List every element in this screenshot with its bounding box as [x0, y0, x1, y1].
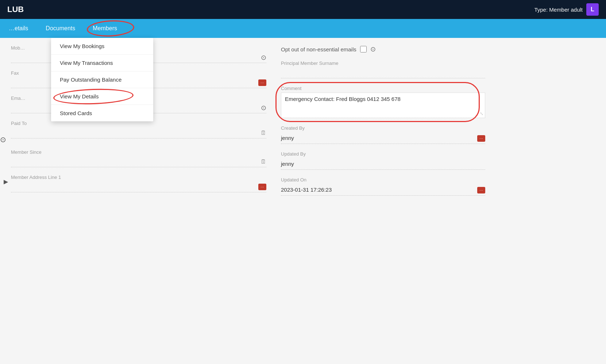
member-type-area: Type: Member adult L — [534, 3, 599, 16]
dropdown-pay-balance[interactable]: Pay Outstanding Balance — [51, 71, 153, 88]
dropdown-stored-cards[interactable]: Stored Cards — [51, 105, 153, 121]
mobile-help-icon[interactable]: ⊙ — [261, 54, 266, 62]
nav-documents-label: Documents — [46, 25, 75, 32]
comment-text: Emergency Contact: Fred Bloggs 0412 345 … — [285, 96, 401, 102]
nav-details-label: …etails — [9, 25, 28, 32]
created-by-label: Created By — [281, 125, 485, 131]
top-header: LUB Type: Member adult L — [0, 0, 606, 19]
member-since-input[interactable] — [11, 156, 266, 167]
member-since-calendar-icon[interactable]: 🗓 — [260, 158, 266, 165]
updated-by-field: Updated By jenny — [281, 151, 485, 170]
opt-out-row: Opt out of non-essential emails ⊙ — [281, 45, 485, 53]
members-dropdown: View My Bookings View My Transactions Pa… — [51, 38, 153, 121]
nav-item-members[interactable]: Members — [84, 19, 126, 38]
avatar[interactable]: L — [586, 3, 599, 16]
nav-bar: …etails Documents Members View My Bookin… — [0, 19, 606, 38]
paid-to-field: Paid To 🗓 — [11, 121, 266, 138]
updated-on-red-icon[interactable]: ⋯ — [477, 187, 485, 193]
member-type-label: Type: Member adult — [534, 7, 583, 13]
created-by-value: jenny — [281, 132, 485, 144]
updated-by-label: Updated By — [281, 151, 485, 157]
email-help-icon[interactable]: ⊙ — [261, 104, 266, 112]
left-arrow-icon: ▶ — [4, 178, 8, 185]
nav-members-label: Members — [93, 25, 117, 32]
paid-to-calendar-icon[interactable]: 🗓 — [260, 130, 266, 136]
paid-to-label: Paid To — [11, 121, 266, 126]
updated-on-label: Updated On — [281, 177, 485, 183]
member-address-field: Member Address Line 1 ⋯ — [11, 175, 266, 192]
dropdown-view-transactions[interactable]: View My Transactions — [51, 55, 153, 71]
fax-red-icon[interactable]: ⋯ — [258, 79, 266, 86]
updated-on-field: Updated On 2023-01-31 17:26:23 ⋯ — [281, 177, 485, 196]
updated-by-value: jenny — [281, 158, 485, 170]
dropdown-view-details[interactable]: View My Details — [51, 88, 153, 105]
member-address-input[interactable] — [11, 181, 266, 192]
dropdown-view-bookings[interactable]: View My Bookings — [51, 38, 153, 55]
opt-out-checkbox[interactable] — [360, 46, 367, 52]
member-address-label: Member Address Line 1 — [11, 175, 266, 180]
created-by-field: Created By jenny ⋯ — [281, 125, 485, 144]
principal-surname-input[interactable] — [281, 67, 485, 78]
right-panel: Opt out of non-essential emails ⊙ Princi… — [281, 45, 485, 357]
member-since-label: Member Since — [11, 149, 266, 155]
comment-content: Emergency Contact: Fred Bloggs 0412 345 … — [281, 93, 485, 118]
nav-item-details[interactable]: …etails — [0, 19, 37, 38]
member-address-red-icon[interactable]: ⋯ — [258, 184, 266, 190]
principal-surname-label: Principal Member Surname — [281, 60, 485, 66]
member-since-field: Member Since 🗓 — [11, 149, 266, 167]
comment-label: Comment — [281, 86, 485, 91]
opt-help-icon[interactable]: ⊙ — [370, 45, 376, 53]
club-title: LUB — [7, 5, 24, 14]
comment-box: Comment Emergency Contact: Fred Bloggs 0… — [281, 86, 485, 118]
principal-surname-field: Principal Member Surname — [281, 60, 485, 78]
left-help-icon[interactable]: ⊙ — [0, 135, 6, 144]
comment-resize-icon: ⤡ — [480, 111, 483, 116]
paid-to-input[interactable] — [11, 128, 266, 138]
nav-item-documents[interactable]: Documents — [37, 19, 84, 38]
opt-out-label: Opt out of non-essential emails — [281, 46, 356, 52]
updated-on-value: 2023-01-31 17:26:23 — [281, 184, 485, 196]
created-by-red-icon[interactable]: ⋯ — [477, 135, 485, 142]
